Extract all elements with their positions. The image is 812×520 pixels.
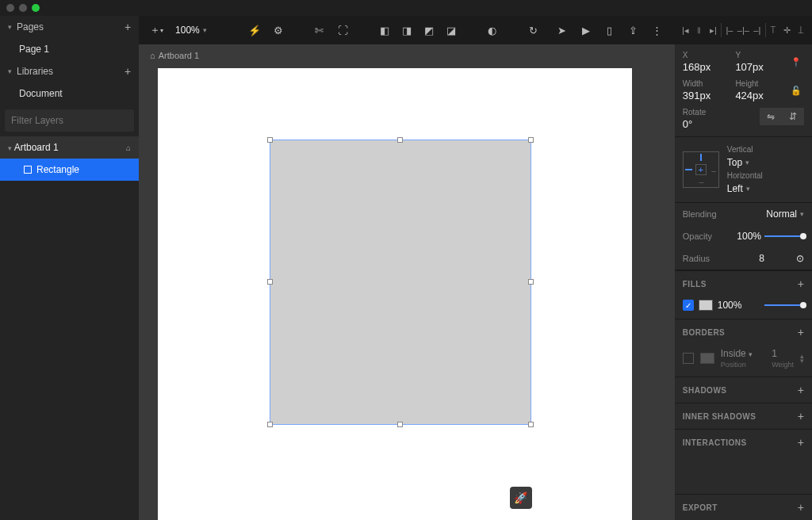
border-weight-stepper[interactable]: ▴▾ xyxy=(800,354,804,363)
radius-label: Radius xyxy=(683,254,710,263)
borders-header: BORDERS + xyxy=(675,319,812,345)
width-value[interactable]: 391px xyxy=(683,90,731,101)
selected-shape[interactable] xyxy=(270,140,531,425)
cursor-icon[interactable]: ➤ xyxy=(553,21,572,40)
vertical-value[interactable]: Top▾ xyxy=(727,157,804,168)
add-fill-icon[interactable]: + xyxy=(798,277,804,290)
window-close-icon[interactable] xyxy=(6,4,14,12)
center-column: ＋▾ 100%▾ ⚡ ⚙ ✄ ⛶ ◧ ◨ ◩ ◪ ◐ ↻ ➤ ▶ ▯ ⇪ ⋮ xyxy=(139,16,675,520)
fill-color-swatch[interactable] xyxy=(699,300,713,311)
page-item[interactable]: Page 1 xyxy=(0,38,139,60)
lightning-icon[interactable]: ⚡ xyxy=(245,21,264,40)
dist-h-icon[interactable]: |– xyxy=(723,21,735,39)
shadows-header[interactable]: SHADOWS + xyxy=(675,377,812,403)
align-bottom-icon[interactable]: ⟘ xyxy=(795,21,807,39)
crop-icon[interactable]: ⛶ xyxy=(334,21,353,40)
border-enabled-checkbox[interactable] xyxy=(683,353,694,364)
top-toolbar: ＋▾ 100%▾ ⚡ ⚙ ✄ ⛶ ◧ ◨ ◩ ◪ ◐ ↻ ➤ ▶ ▯ ⇪ ⋮ xyxy=(139,16,675,44)
radius-options-icon[interactable]: ⊙ xyxy=(796,253,804,264)
resize-handle-r[interactable] xyxy=(528,279,534,285)
layer-rectangle[interactable]: Rectangle xyxy=(0,159,139,181)
artboard-canvas[interactable] xyxy=(158,68,632,520)
resize-handle-t[interactable] xyxy=(397,137,403,143)
blending-value[interactable]: Normal▾ xyxy=(766,208,804,220)
artboard-label: Artboard 1 xyxy=(14,142,59,153)
add-inner-shadow-icon[interactable]: + xyxy=(798,410,804,422)
resize-handle-l[interactable] xyxy=(267,279,273,285)
y-value[interactable]: 107px xyxy=(735,61,783,73)
opacity-slider[interactable] xyxy=(764,235,804,237)
resize-handle-bl[interactable] xyxy=(267,422,273,427)
union-icon[interactable]: ◧ xyxy=(375,21,394,40)
resize-handle-b[interactable] xyxy=(397,422,403,427)
fill-enabled-checkbox[interactable]: ✓ xyxy=(683,300,694,311)
filter-layers-input[interactable] xyxy=(5,109,134,132)
border-color-swatch[interactable] xyxy=(700,353,714,364)
align-right-icon[interactable]: ▸| xyxy=(707,21,719,39)
exclude-icon[interactable]: ◪ xyxy=(442,21,461,40)
insert-button[interactable]: ＋▾ xyxy=(147,21,166,40)
device-icon[interactable]: ▯ xyxy=(600,21,619,40)
canvas[interactable]: ⌂ Artboard 1 🚀 xyxy=(139,44,675,520)
home-icon[interactable]: ⌂ xyxy=(126,143,131,152)
cut-icon[interactable]: ✄ xyxy=(310,21,329,40)
add-library-icon[interactable]: + xyxy=(124,65,131,78)
chevron-down-icon: ▾ xyxy=(8,23,12,31)
dist-hr-icon[interactable]: –| xyxy=(751,21,763,39)
refresh-icon[interactable]: ↻ xyxy=(524,21,543,40)
filter-layers xyxy=(5,109,134,132)
align-left-icon[interactable]: |◂ xyxy=(680,21,691,39)
chevron-down-icon: ▾ xyxy=(8,144,12,152)
rocket-button[interactable]: 🚀 xyxy=(510,487,532,509)
rotate-value[interactable]: 0° xyxy=(683,118,731,130)
lock-icon[interactable]: 🔓 xyxy=(788,79,804,101)
flip-vertical-icon[interactable]: ⇵ xyxy=(782,108,804,125)
library-item[interactable]: Document xyxy=(0,82,139,105)
add-export-icon[interactable]: + xyxy=(798,501,804,514)
libraries-header[interactable]: ▾Libraries + xyxy=(0,60,139,82)
fill-opacity[interactable]: 100% xyxy=(718,300,742,311)
add-interaction-icon[interactable]: + xyxy=(798,436,804,449)
dist-hc-icon[interactable]: –|– xyxy=(737,21,749,39)
add-page-icon[interactable]: + xyxy=(124,21,131,33)
mask-icon[interactable]: ◐ xyxy=(483,21,502,40)
radius-row: Radius 8⊙ xyxy=(675,247,812,270)
inner-shadows-header[interactable]: INNER SHADOWS + xyxy=(675,403,812,429)
resize-handle-tr[interactable] xyxy=(528,137,534,143)
add-border-icon[interactable]: + xyxy=(798,326,804,338)
add-shadow-icon[interactable]: + xyxy=(798,384,804,396)
export-header[interactable]: EXPORT + xyxy=(675,494,812,520)
opacity-value[interactable]: 100% xyxy=(737,231,761,242)
geometry-props: X168px Y107px 📍 Width391px Height424px 🔓… xyxy=(675,44,812,137)
resize-handle-br[interactable] xyxy=(528,422,534,427)
x-value[interactable]: 168px xyxy=(683,61,731,73)
x-label: X xyxy=(683,51,731,59)
resize-handle-tl[interactable] xyxy=(267,137,273,143)
zoom-dropdown[interactable]: 100%▾ xyxy=(170,25,212,36)
breadcrumb[interactable]: ⌂ Artboard 1 xyxy=(150,51,199,60)
settings-gear-icon[interactable]: ⚙ xyxy=(269,21,288,40)
border-position-value[interactable]: Inside ▾ xyxy=(721,348,753,359)
intersect-icon[interactable]: ◩ xyxy=(419,21,439,40)
height-value[interactable]: 424px xyxy=(735,90,783,101)
libraries-label: Libraries xyxy=(17,66,53,77)
radius-value[interactable]: 8 xyxy=(759,253,764,264)
align-top-icon[interactable]: ⟙ xyxy=(768,21,779,39)
layer-artboard[interactable]: ▾ Artboard 1 ⌂ xyxy=(0,136,139,159)
flip-horizontal-icon[interactable]: ⇋ xyxy=(760,108,782,125)
fill-opacity-slider[interactable] xyxy=(764,304,804,306)
interactions-header[interactable]: INTERACTIONS + xyxy=(675,429,812,455)
more-icon[interactable]: ⋮ xyxy=(648,21,667,40)
horizontal-value[interactable]: Left▾ xyxy=(727,183,804,194)
window-maximize-icon[interactable] xyxy=(32,4,40,12)
align-vcenter-icon[interactable]: ✛ xyxy=(781,21,793,39)
align-hcenter-icon[interactable]: ⫴ xyxy=(693,21,705,39)
pin-icon[interactable]: 📍 xyxy=(788,51,804,73)
play-icon[interactable]: ▶ xyxy=(576,21,596,40)
window-minimize-icon[interactable] xyxy=(19,4,27,12)
border-weight-value[interactable]: 1 xyxy=(772,348,777,359)
constraints-box[interactable]: –– + xyxy=(683,151,719,188)
share-icon[interactable]: ⇪ xyxy=(624,21,643,40)
subtract-icon[interactable]: ◨ xyxy=(397,21,416,40)
pages-header[interactable]: ▾Pages + xyxy=(0,16,139,38)
